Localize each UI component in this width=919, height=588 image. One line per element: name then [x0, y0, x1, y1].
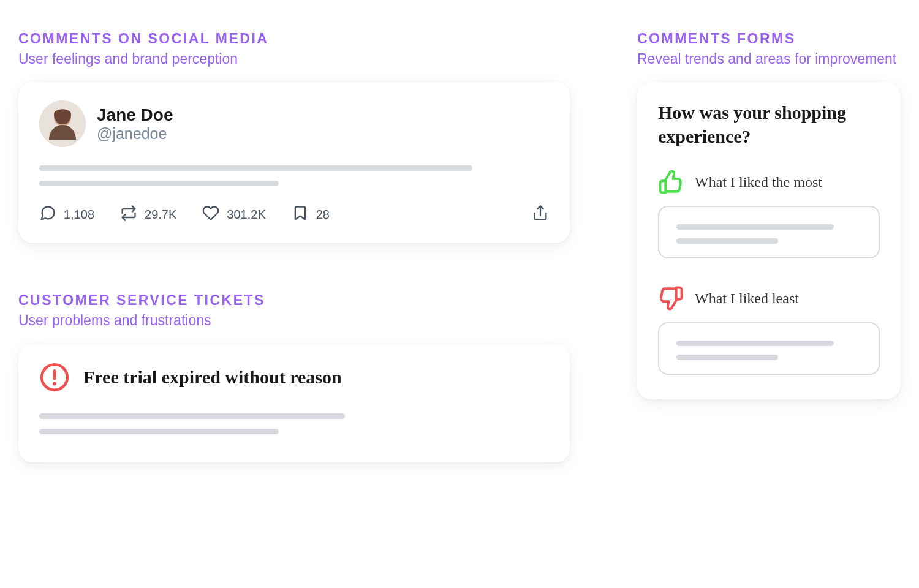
social-section: COMMENTS ON SOCIAL MEDIA User feelings a… [18, 31, 570, 243]
ticket-card: Free trial expired without reason [18, 344, 570, 462]
input-placeholder-line [676, 238, 778, 244]
input-placeholder-line [676, 355, 778, 360]
tickets-sub: User problems and frustrations [18, 312, 570, 329]
like-label: What I liked the most [695, 174, 822, 190]
form-question: How was your shopping experience? [658, 100, 880, 148]
tweet-user-name: Jane Doe [97, 105, 173, 126]
tickets-section: CUSTOMER SERVICE TICKETS User problems a… [18, 292, 570, 462]
feedback-form-card: How was your shopping experience? What I… [637, 82, 901, 399]
bookmark-count: 28 [316, 208, 330, 222]
thumbs-down-icon [658, 285, 684, 311]
social-sub: User feelings and brand perception [18, 51, 570, 67]
dislike-input[interactable] [658, 322, 880, 375]
retweet-count: 29.7K [145, 208, 176, 222]
like-count: 301.2K [227, 208, 265, 222]
heart-icon [202, 205, 219, 225]
forms-sub: Reveal trends and areas for improvement [637, 51, 901, 67]
share-button[interactable] [532, 205, 549, 225]
dislike-label: What I liked least [695, 290, 799, 307]
ticket-title: Free trial expired without reason [83, 367, 342, 388]
reply-button[interactable]: 1,108 [39, 205, 94, 225]
reply-count: 1,108 [64, 208, 94, 222]
forms-section: COMMENTS FORMS Reveal trends and areas f… [637, 31, 901, 399]
tweet-card: Jane Doe @janedoe 1,108 [18, 82, 570, 243]
like-input[interactable] [658, 206, 880, 258]
tweet-user-handle: @janedoe [97, 125, 173, 143]
bookmark-icon [292, 205, 309, 225]
thumbs-up-icon [658, 169, 684, 195]
svg-point-4 [53, 382, 56, 386]
bookmark-button[interactable]: 28 [292, 205, 330, 225]
tickets-heading: CUSTOMER SERVICE TICKETS [18, 292, 570, 309]
alert-icon [39, 362, 70, 393]
social-heading: COMMENTS ON SOCIAL MEDIA [18, 31, 570, 47]
reply-icon [39, 205, 56, 225]
input-placeholder-line [676, 224, 834, 230]
ticket-body-placeholder-line [39, 429, 279, 434]
tweet-body-placeholder-line [39, 165, 472, 171]
like-button[interactable]: 301.2K [202, 205, 265, 225]
avatar [39, 100, 86, 147]
ticket-body-placeholder-line [39, 413, 345, 419]
share-icon [532, 205, 549, 225]
tweet-body-placeholder-line [39, 181, 279, 186]
retweet-icon [120, 205, 137, 225]
input-placeholder-line [676, 341, 834, 346]
forms-heading: COMMENTS FORMS [637, 31, 901, 47]
retweet-button[interactable]: 29.7K [120, 205, 176, 225]
